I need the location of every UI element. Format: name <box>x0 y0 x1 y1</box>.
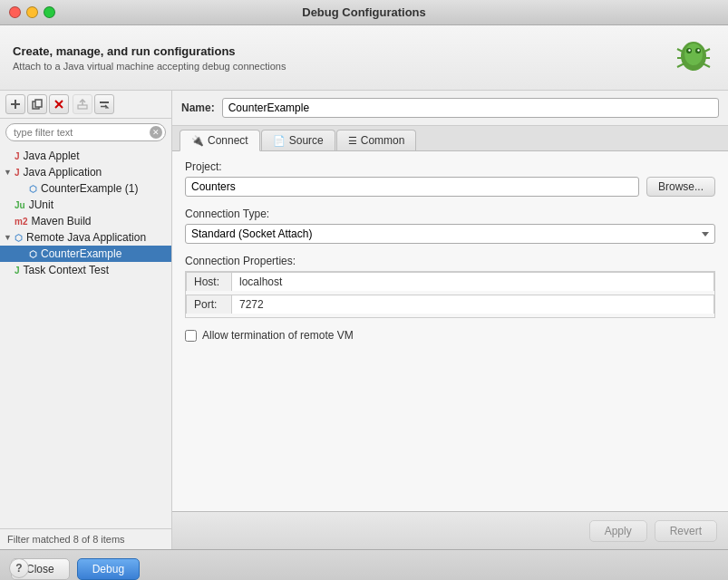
tab-icon-source: 📄 <box>273 135 286 147</box>
header-subtitle: Attach to a Java virtual machine accepti… <box>13 61 286 72</box>
project-field-group: Project: Browse... <box>185 160 715 197</box>
tree-item-counter-example[interactable]: ⬡ CounterExample (1) <box>0 180 171 197</box>
search-box: ✕ <box>5 123 166 141</box>
tree-item-remote-java-app[interactable]: ▼ ⬡ Remote Java Application <box>0 229 171 246</box>
apply-button[interactable]: Apply <box>589 520 647 542</box>
tree-item-label: JUnit <box>29 198 53 211</box>
connection-props-group: Connection Properties: Host: localhost P… <box>185 255 715 318</box>
sidebar-toolbar <box>0 91 171 119</box>
host-value[interactable]: localhost <box>232 273 713 291</box>
tab-icon-connect: 🔌 <box>191 135 204 147</box>
tree-item-task-context-test[interactable]: J Task Context Test <box>0 262 171 278</box>
footer-actions: Close Debug <box>11 558 140 580</box>
name-label: Name: <box>181 102 215 114</box>
header: Create, manage, and run configurations A… <box>0 25 728 91</box>
connection-props-label: Connection Properties: <box>185 255 715 267</box>
svg-point-1 <box>684 44 703 65</box>
export-config-button[interactable] <box>73 94 92 114</box>
search-clear-button[interactable]: ✕ <box>150 126 162 139</box>
tree-item-maven-build[interactable]: m2 Maven Build <box>0 213 171 229</box>
delete-config-button[interactable] <box>49 94 69 114</box>
svg-point-5 <box>697 49 699 51</box>
connection-type-label: Connection Type: <box>185 208 715 220</box>
tree-item-label: Maven Build <box>31 215 91 227</box>
tab-label-source: Source <box>289 134 324 147</box>
tab-label-common: Common <box>361 134 405 147</box>
name-input[interactable] <box>222 98 719 118</box>
svg-line-11 <box>703 63 710 67</box>
config-tree: J Java Applet ▼ J Java Application ⬡ Cou… <box>0 146 171 528</box>
project-row: Browse... <box>185 177 715 197</box>
tree-item-label: Task Context Test <box>24 264 110 276</box>
tree-item-counter-example-remote[interactable]: ⬡ CounterExample <box>0 246 171 262</box>
tab-label-connect: Connect <box>208 134 248 147</box>
svg-point-4 <box>688 49 690 51</box>
tree-item-label: CounterExample (1) <box>41 182 138 195</box>
revert-button[interactable]: Revert <box>655 520 717 542</box>
new-config-button[interactable] <box>5 94 25 114</box>
tree-item-junit[interactable]: Ju JUnit <box>0 197 171 213</box>
minimize-window-button[interactable] <box>26 6 38 18</box>
host-key: Host: <box>187 273 232 291</box>
tree-item-label: Java Application <box>24 166 102 179</box>
search-input[interactable] <box>5 123 166 141</box>
duplicate-config-button[interactable] <box>27 94 47 114</box>
name-row: Name: <box>172 91 728 126</box>
svg-rect-18 <box>78 105 87 109</box>
apply-revert-bar: Apply Revert <box>172 511 728 549</box>
tree-item-label: CounterExample <box>41 247 121 260</box>
maximize-window-button[interactable] <box>44 6 55 18</box>
window-title: Debug Configurations <box>302 5 426 19</box>
bug-icon <box>672 34 715 78</box>
window-controls <box>9 6 55 18</box>
header-icon <box>672 34 715 81</box>
help-button[interactable]: ? <box>9 558 29 578</box>
svg-rect-15 <box>35 100 42 107</box>
allow-termination-row: Allow termination of remote VM <box>185 329 715 342</box>
close-window-button[interactable] <box>9 6 21 18</box>
sidebar-status: Filter matched 8 of 8 items <box>0 528 171 549</box>
tab-content: Project: Browse... Connection Type: Stan… <box>172 151 728 511</box>
svg-rect-20 <box>100 102 109 103</box>
connection-type-select[interactable]: Standard (Socket Attach) Standard (Socke… <box>185 224 715 244</box>
allow-termination-checkbox[interactable] <box>185 330 197 342</box>
allow-termination-label: Allow termination of remote VM <box>202 329 354 342</box>
tab-common[interactable]: ☰Common <box>336 130 417 150</box>
svg-rect-13 <box>15 100 16 109</box>
project-input[interactable] <box>185 177 639 197</box>
tab-source[interactable]: 📄Source <box>261 130 335 150</box>
more-options-button[interactable] <box>94 94 114 114</box>
connection-props-table: Host: localhost Port: 7272 <box>185 271 715 318</box>
connection-type-field-group: Connection Type: Standard (Socket Attach… <box>185 208 715 244</box>
svg-line-8 <box>677 63 684 67</box>
tab-icon-common: ☰ <box>348 135 357 147</box>
tab-connect[interactable]: 🔌Connect <box>180 130 260 151</box>
header-title: Create, manage, and run configurations <box>13 44 286 58</box>
port-key: Port: <box>187 295 232 314</box>
tree-item-java-applet[interactable]: J Java Applet <box>0 148 171 164</box>
sidebar: ✕ J Java Applet ▼ J Java Application ⬡ C… <box>0 91 172 549</box>
port-value[interactable]: 7272 <box>232 295 713 314</box>
titlebar: Debug Configurations <box>0 0 728 25</box>
tabs: 🔌Connect📄Source☰Common <box>172 126 728 151</box>
footer-bar: ? Close Debug <box>0 549 728 580</box>
port-row: Port: 7272 <box>186 295 714 314</box>
host-row: Host: localhost <box>186 272 714 291</box>
header-text: Create, manage, and run configurations A… <box>13 44 286 72</box>
tree-item-java-app[interactable]: ▼ J Java Application <box>0 164 171 180</box>
right-panel: Name: 🔌Connect📄Source☰Common Project: Br… <box>172 91 728 549</box>
tree-item-label: Java Applet <box>24 150 80 162</box>
main-content: ✕ J Java Applet ▼ J Java Application ⬡ C… <box>0 91 728 549</box>
browse-button[interactable]: Browse... <box>646 177 715 197</box>
debug-button[interactable]: Debug <box>77 558 140 580</box>
tree-item-label: Remote Java Application <box>26 231 146 244</box>
project-label: Project: <box>185 160 715 173</box>
